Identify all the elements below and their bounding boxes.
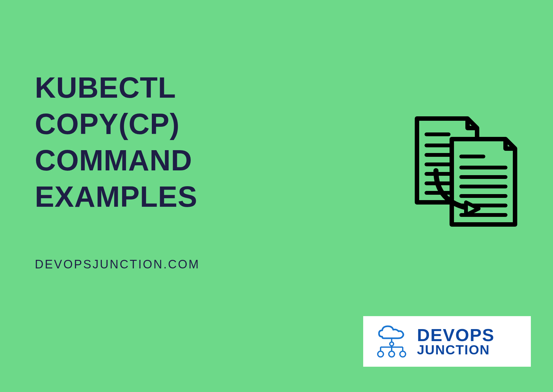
svg-point-22	[389, 351, 395, 357]
logo-text-line-1: DEVOPS	[417, 327, 494, 343]
svg-point-23	[400, 351, 406, 357]
page-title: KUBECTL COPY(CP) COMMAND EXAMPLES	[35, 70, 320, 215]
logo-box: DEVOPS JUNCTION	[363, 316, 531, 367]
logo-text-line-2: JUNCTION	[417, 344, 494, 356]
cloud-network-icon	[373, 322, 411, 360]
svg-point-21	[378, 351, 383, 357]
title-line-1: KUBECTL COPY(CP)	[35, 71, 180, 140]
title-line-2: COMMAND	[35, 144, 192, 176]
logo-text: DEVOPS JUNCTION	[417, 327, 494, 356]
svg-point-20	[390, 342, 394, 346]
website-url: DEVOPSJUNCTION.COM	[35, 258, 200, 271]
file-copy-icon	[404, 107, 525, 234]
title-line-3: EXAMPLES	[35, 181, 197, 213]
